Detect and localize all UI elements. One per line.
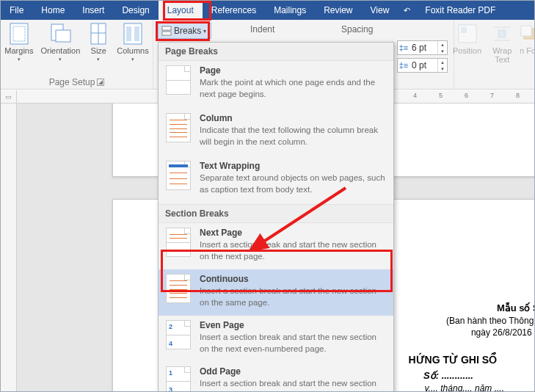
wrap-text-icon	[491, 23, 513, 45]
size-icon	[87, 23, 109, 45]
spacing-after-up[interactable]: ▲	[438, 59, 447, 65]
break-continuous[interactable]: ContinuousInsert a section break and sta…	[159, 269, 393, 316]
bring-forward-label: Brin Forwa	[520, 46, 535, 55]
tab-references[interactable]: References	[203, 1, 265, 20]
tab-foxit[interactable]: Foxit Reader PDF	[416, 1, 504, 20]
break-continuous-title: Continuous	[200, 274, 386, 284]
spacing-after-icon: ‡≡	[398, 61, 410, 70]
ruler-tick-7: 7	[490, 92, 494, 99]
group-arrange: Position Wrap Text Brin Forwa	[454, 20, 534, 89]
position-label: Position	[453, 46, 481, 55]
svg-line-19	[250, 188, 346, 250]
break-odd-page[interactable]: 13 Odd PageInsert a section break and st…	[159, 362, 393, 392]
wrap-text-button: Wrap Text	[487, 21, 517, 65]
annotation-arrow	[236, 184, 353, 258]
tab-design[interactable]: Design	[113, 1, 158, 20]
page-setup-dialog-launcher[interactable]	[97, 79, 104, 86]
chevron-down-icon: ▾	[203, 28, 206, 35]
tab-undo-placeholder[interactable]: ↶	[398, 1, 416, 20]
break-textwrap-title: Text Wrapping	[200, 161, 386, 171]
wrap-text-label: Wrap Text	[489, 46, 515, 64]
size-label: Size	[91, 46, 106, 55]
continuous-icon	[166, 274, 191, 303]
spacing-after-down[interactable]: ▼	[438, 65, 447, 72]
group-page-setup: Margins ▾ Orientation ▾ Size ▾	[1, 20, 153, 89]
ruler-tick-4: 4	[413, 92, 417, 99]
spacing-before-value: 6 pt	[410, 43, 437, 53]
page-setup-group-label: Page Setup	[49, 77, 105, 89]
orientation-icon	[49, 23, 71, 45]
tab-insert[interactable]: Insert	[73, 1, 113, 20]
columns-button[interactable]: Columns ▾	[114, 21, 150, 64]
position-icon	[456, 23, 478, 45]
svg-rect-18	[521, 26, 531, 36]
break-column-title: Column	[200, 113, 386, 123]
spacing-before-icon: ‡≡	[398, 43, 410, 52]
spacing-before-input[interactable]: ‡≡ 6 pt ▲▼	[397, 40, 448, 55]
break-evenpage-desc: Insert a section break and start the new…	[200, 332, 386, 355]
doc-text-ban: (Ban hành theo Thông tư	[446, 316, 534, 326]
tab-view[interactable]: View	[362, 1, 398, 20]
tab-review[interactable]: Review	[315, 1, 361, 20]
break-column-desc: Indicate that the text following the col…	[200, 125, 386, 148]
break-column[interactable]: ColumnIndicate that the text following t…	[159, 109, 393, 156]
spacing-before-up[interactable]: ▲	[438, 41, 447, 48]
next-page-icon	[166, 228, 191, 257]
break-evenpage-title: Even Page	[200, 320, 386, 330]
doc-text-mau: Mẫu số S0	[497, 302, 534, 313]
ruler-corner[interactable]: ▭	[1, 90, 17, 104]
spacing-controls: ‡≡ 6 pt ▲▼ ‡≡ 0 pt ▲▼	[397, 40, 448, 73]
odd-page-icon: 13	[166, 366, 191, 392]
bring-forward-button: Brin Forwa	[520, 21, 535, 65]
svg-rect-14	[498, 30, 506, 37]
doc-text-ngay: ngày 26/8/2016 củ	[471, 327, 534, 338]
break-page[interactable]: PageMark the point at which one page end…	[159, 61, 393, 109]
break-even-page[interactable]: 24 Even PageInsert a section break and s…	[159, 316, 393, 362]
breaks-label: Breaks	[174, 26, 201, 36]
tab-mailings[interactable]: Mailings	[265, 1, 315, 20]
columns-icon	[122, 23, 144, 45]
svg-rect-3	[56, 30, 70, 42]
spacing-after-input[interactable]: ‡≡ 0 pt ▲▼	[397, 58, 448, 73]
break-page-desc: Mark the point at which one page ends an…	[200, 77, 386, 100]
tab-file[interactable]: File	[1, 1, 32, 20]
indent-header: Indent	[250, 24, 274, 35]
orientation-button[interactable]: Orientation ▾	[38, 21, 82, 64]
ruler-tick-8: 8	[516, 92, 520, 99]
svg-rect-8	[126, 26, 131, 41]
margins-button[interactable]: Margins ▾	[2, 21, 35, 64]
even-page-icon: 24	[166, 320, 191, 349]
text-wrapping-icon	[166, 161, 191, 190]
margins-label: Margins	[4, 46, 33, 55]
orientation-label: Orientation	[40, 46, 80, 55]
ruler-tick-6: 6	[465, 92, 468, 99]
breaks-button[interactable]: Breaks ▾	[158, 23, 211, 39]
column-break-icon	[166, 113, 191, 142]
svg-rect-10	[162, 26, 171, 30]
size-button[interactable]: Size ▾	[85, 21, 112, 64]
svg-rect-9	[134, 26, 139, 41]
svg-rect-13	[461, 27, 467, 33]
ruler-vertical[interactable]	[1, 104, 17, 391]
doc-text-hung: HỨNG TỪ GHI SỔ	[408, 354, 497, 366]
spacing-before-down[interactable]: ▼	[438, 48, 447, 54]
breaks-icon	[161, 26, 172, 36]
break-page-title: Page	[200, 65, 386, 76]
bring-forward-icon	[520, 23, 535, 45]
svg-rect-11	[162, 32, 171, 35]
page-breaks-header: Page Breaks	[159, 43, 393, 61]
spacing-after-value: 0 pt	[410, 60, 437, 70]
doc-text-thang: y.... tháng.... năm ....	[425, 383, 505, 391]
position-button: Position	[451, 21, 484, 65]
ruler-tick-5: 5	[439, 92, 443, 99]
ribbon-tabbar: File Home Insert Design Layout Reference…	[1, 1, 534, 20]
tab-home[interactable]: Home	[32, 1, 73, 20]
doc-text-so: Số: ............	[423, 370, 473, 381]
tab-layout[interactable]: Layout	[159, 1, 203, 20]
break-oddpage-desc: Insert a section break and start the new…	[200, 378, 386, 392]
break-continuous-desc: Insert a section break and start the new…	[200, 286, 386, 308]
break-oddpage-title: Odd Page	[200, 366, 386, 377]
spacing-header: Spacing	[341, 24, 373, 35]
margins-icon	[8, 23, 30, 45]
columns-label: Columns	[117, 46, 148, 55]
